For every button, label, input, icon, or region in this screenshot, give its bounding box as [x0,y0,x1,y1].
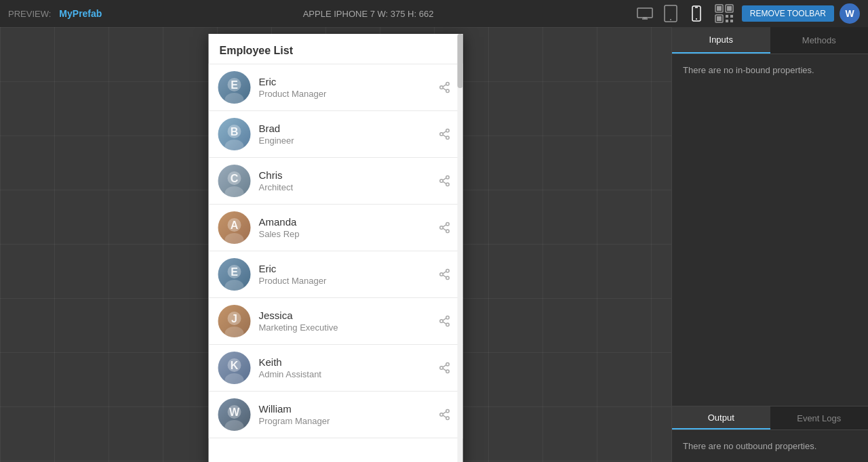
svg-line-62 [443,272,446,274]
employee-name-7: Keith [259,356,436,368]
desktop-icon-button[interactable] [635,3,655,24]
svg-line-80 [443,365,446,367]
employee-role-4: Sales Rep [259,229,436,239]
employee-name-8: William [259,403,436,415]
share-icon-6 [439,315,451,327]
employee-list: Employee List E EricProduct Manager B Br… [209,34,463,462]
svg-line-44 [443,178,446,180]
employee-name-4: Amanda [259,216,436,228]
employee-item-8[interactable]: W WilliamProgram Manager [209,392,463,438]
svg-line-72 [443,322,446,324]
employee-info-2: BradEngineer [259,123,436,146]
share-icon-8 [439,408,451,421]
avatar-face-6: J [218,305,251,337]
avatar-face-8: W [218,398,251,431]
svg-text:K: K [231,360,239,371]
share-button-7[interactable] [436,359,454,377]
employee-items[interactable]: E EricProduct Manager B BradEngineer C C… [209,64,463,462]
panel-top-tabs: Inputs Methods [672,27,868,54]
share-button-2[interactable] [436,125,454,143]
svg-rect-18 [730,20,733,22]
avatar-face-3: C [218,165,251,197]
toolbar: PREVIEW: MyPrefab APPLE IPHONE 7 W: 375 … [0,0,868,27]
main-area: Employee List E EricProduct Manager B Br… [0,27,868,462]
tab-event-logs[interactable]: Event Logs [770,406,869,429]
employee-item-2[interactable]: B BradEngineer [209,111,463,158]
svg-rect-15 [726,15,728,18]
svg-line-54 [443,228,446,230]
svg-line-26 [443,85,446,87]
avatar-face-5: E [218,258,251,291]
avatar-1: E [218,71,251,104]
desktop-icon [637,7,653,20]
tablet-icon-button[interactable] [660,3,681,24]
share-button-1[interactable] [436,79,454,96]
employee-item-1[interactable]: E EricProduct Manager [209,64,463,111]
avatar-4: A [218,211,251,244]
share-button-6[interactable] [436,312,454,330]
avatar-3: C [218,165,251,197]
svg-point-5 [670,19,671,20]
tab-inputs[interactable]: Inputs [672,27,770,54]
employee-role-8: Program Manager [259,416,436,426]
employee-item-7[interactable]: K KeithAdmin Assistant [209,345,463,392]
share-button-4[interactable] [436,219,454,236]
employee-info-4: AmandaSales Rep [259,216,436,239]
share-button-8[interactable] [436,406,454,423]
employee-info-6: JessicaMarketing Executive [259,310,436,333]
phone-preview: Employee List E EricProduct Manager B Br… [209,34,463,462]
employee-name-3: Chris [259,169,436,181]
avatar-face-4: A [218,211,251,244]
employee-role-2: Engineer [259,135,436,146]
avatar-8: W [218,398,251,431]
share-icon-4 [439,222,451,234]
employee-role-3: Architect [259,182,436,192]
avatar-face-1: E [218,71,251,104]
employee-name-5: Eric [259,263,436,274]
employee-info-1: EricProduct Manager [259,76,436,99]
tab-output[interactable]: Output [672,406,770,429]
employee-role-6: Marketing Executive [259,322,436,333]
svg-line-45 [443,182,446,184]
tab-methods[interactable]: Methods [770,27,869,54]
employee-name-6: Jessica [259,310,436,321]
employee-item-4[interactable]: A AmandaSales Rep [209,205,463,251]
employee-item-3[interactable]: C ChrisArchitect [209,158,463,205]
employee-role-7: Admin Assistant [259,369,436,379]
share-icon-1 [439,81,451,93]
svg-text:C: C [231,173,239,184]
employee-role-5: Product Manager [259,276,436,286]
panel-bottom-tabs: Output Event Logs [672,406,868,430]
app-name: MyPrefab [59,8,102,19]
svg-line-35 [443,131,446,133]
employee-name-1: Eric [259,76,436,87]
wappler-logo: W [840,3,860,24]
svg-rect-0 [637,8,652,18]
svg-line-90 [443,415,446,417]
share-button-5[interactable] [436,266,454,283]
avatar-6: J [218,305,251,337]
employee-item-5[interactable]: E EricProduct Manager [209,251,463,298]
phone-icon [692,5,701,22]
phone-icon-button[interactable] [686,3,707,24]
svg-rect-14 [717,16,722,21]
svg-text:E: E [231,266,238,278]
no-inbound-text: There are no in-bound properties. [683,65,814,75]
share-button-3[interactable] [436,172,454,190]
employee-info-8: WilliamProgram Manager [259,403,436,426]
share-icon-5 [439,268,451,280]
remove-toolbar-button[interactable]: REMOVE TOOLBAR [742,5,834,22]
qr-icon-button[interactable] [712,1,736,26]
avatar-face-7: K [218,352,251,384]
svg-line-53 [443,225,446,227]
employee-item-6[interactable]: J JessicaMarketing Executive [209,298,463,345]
svg-text:A: A [231,219,239,231]
panel-bottom-content: There are no outbound properties. [672,430,868,462]
avatar-2: B [218,118,251,150]
share-icon-3 [439,175,451,187]
svg-line-71 [443,318,446,320]
canvas-area: Employee List E EricProduct Manager B Br… [0,27,671,462]
employee-info-5: EricProduct Manager [259,263,436,286]
employee-role-1: Product Manager [259,89,436,99]
svg-line-81 [443,369,446,371]
